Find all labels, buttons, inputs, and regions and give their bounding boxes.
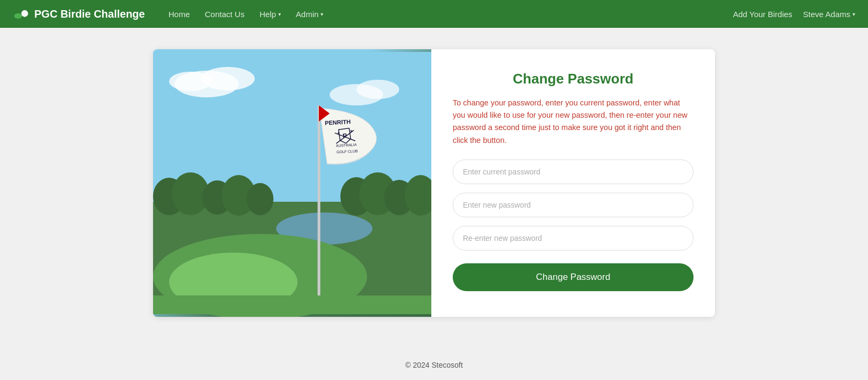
svg-text:PENRITH: PENRITH bbox=[325, 118, 351, 126]
nav-admin[interactable]: Admin ▾ bbox=[290, 6, 330, 22]
nav-help[interactable]: Help ▾ bbox=[253, 6, 287, 22]
svg-point-12 bbox=[356, 80, 399, 99]
current-password-group bbox=[453, 159, 694, 184]
reenter-password-input[interactable] bbox=[453, 226, 694, 250]
svg-rect-36 bbox=[153, 295, 431, 314]
brand-icon bbox=[13, 9, 30, 19]
reenter-password-group bbox=[453, 226, 694, 250]
svg-text:★: ★ bbox=[349, 130, 353, 133]
footer-text: © 2024 Stecosoft bbox=[405, 361, 463, 369]
navbar: PGC Birdie Challenge Home Contact Us Hel… bbox=[0, 0, 868, 28]
golf-scene-svg: PENRITH P ★ ★ AUSTRALIA GOLF CLUB bbox=[153, 49, 431, 317]
admin-dropdown-arrow: ▾ bbox=[321, 11, 323, 17]
svg-text:★: ★ bbox=[337, 131, 340, 135]
footer: © 2024 Stecosoft bbox=[0, 353, 868, 377]
svg-point-5 bbox=[26, 13, 27, 14]
user-menu[interactable]: Steve Adams ▾ bbox=[803, 10, 855, 19]
change-password-card: PENRITH P ★ ★ AUSTRALIA GOLF CLUB bbox=[153, 49, 715, 317]
card-form: Change Password To change your password,… bbox=[431, 49, 715, 317]
svg-point-18 bbox=[247, 183, 273, 215]
form-description: To change your password, enter you curre… bbox=[453, 97, 694, 147]
card-image: PENRITH P ★ ★ AUSTRALIA GOLF CLUB bbox=[153, 49, 431, 317]
form-title: Change Password bbox=[453, 71, 694, 87]
brand-name: PGC Birdie Challenge bbox=[34, 8, 145, 20]
add-birdies-link[interactable]: Add Your Birdies bbox=[733, 10, 793, 19]
brand-logo[interactable]: PGC Birdie Challenge bbox=[13, 8, 145, 20]
svg-point-3 bbox=[23, 12, 24, 13]
current-password-input[interactable] bbox=[453, 159, 694, 184]
help-dropdown-arrow: ▾ bbox=[278, 11, 281, 17]
new-password-group bbox=[453, 193, 694, 217]
nav-right: Add Your Birdies Steve Adams ▾ bbox=[733, 10, 855, 19]
svg-point-10 bbox=[169, 72, 212, 91]
main-content: PENRITH P ★ ★ AUSTRALIA GOLF CLUB bbox=[0, 28, 868, 353]
nav-contact[interactable]: Contact Us bbox=[199, 6, 251, 22]
nav-home[interactable]: Home bbox=[162, 6, 196, 22]
svg-point-6 bbox=[24, 14, 25, 15]
change-password-button[interactable]: Change Password bbox=[453, 263, 694, 291]
new-password-input[interactable] bbox=[453, 193, 694, 217]
svg-point-4 bbox=[25, 12, 26, 13]
nav-items: Home Contact Us Help ▾ Admin ▾ bbox=[162, 6, 733, 22]
user-dropdown-arrow: ▾ bbox=[852, 11, 855, 17]
svg-point-2 bbox=[21, 10, 28, 17]
